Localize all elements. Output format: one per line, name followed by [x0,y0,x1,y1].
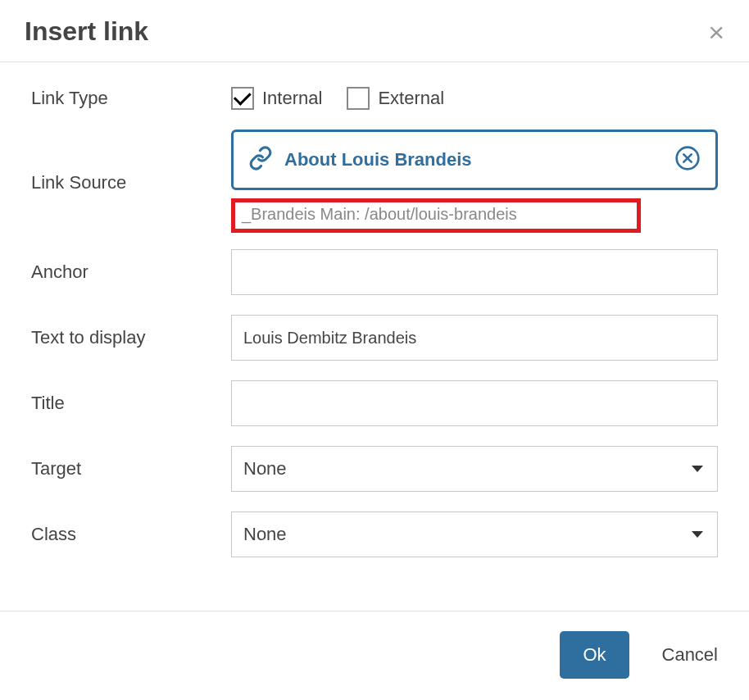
row-target: Target None [31,446,718,492]
row-class: Class None [31,511,718,557]
label-link-source: Link Source [31,130,231,193]
row-anchor: Anchor [31,249,718,295]
dialog-header: Insert link × [0,0,749,62]
label-link-type: Link Type [31,88,231,109]
class-select[interactable]: None [231,511,718,557]
title-input[interactable] [231,380,718,426]
label-target: Target [31,458,231,480]
checkbox-external-label: External [378,88,444,109]
dialog-body: Link Type Internal External Link Source [0,62,749,611]
link-source-control: About Louis Brandeis _Brandeis Main: /ab… [231,130,718,233]
target-selected-value: None [243,458,287,480]
class-selected-value: None [243,524,287,545]
checkbox-external[interactable] [347,87,370,110]
dialog-title: Insert link [25,16,148,47]
clear-link-icon[interactable] [674,145,701,175]
row-link-source: Link Source About Louis Brandeis [31,130,718,233]
link-source-path: _Brandeis Main: /about/louis-brandeis [242,205,517,223]
label-class: Class [31,524,231,545]
cancel-button[interactable]: Cancel [662,644,718,666]
dialog-footer: Ok Cancel [0,611,749,700]
checkbox-external-wrap: External [347,87,444,110]
class-select-wrap: None [231,511,718,557]
target-select[interactable]: None [231,446,718,492]
text-to-display-input[interactable] [231,315,718,361]
link-icon [248,146,273,174]
link-source-text: About Louis Brandeis [284,149,663,170]
close-icon[interactable]: × [708,18,724,46]
label-anchor: Anchor [31,261,231,283]
row-link-type: Link Type Internal External [31,87,718,110]
checkbox-internal-wrap: Internal [231,87,322,110]
label-text-to-display: Text to display [31,327,231,348]
checkbox-internal-label: Internal [262,88,322,109]
row-title: Title [31,380,718,426]
link-type-options: Internal External [231,87,718,110]
row-text-to-display: Text to display [31,315,718,361]
anchor-input[interactable] [231,249,718,295]
label-title: Title [31,393,231,414]
link-path-highlight: _Brandeis Main: /about/louis-brandeis [231,198,641,233]
target-select-wrap: None [231,446,718,492]
link-source-chip[interactable]: About Louis Brandeis [231,130,718,190]
insert-link-dialog: Insert link × Link Type Internal Externa… [0,0,749,700]
checkbox-internal[interactable] [231,87,254,110]
ok-button[interactable]: Ok [560,631,629,679]
